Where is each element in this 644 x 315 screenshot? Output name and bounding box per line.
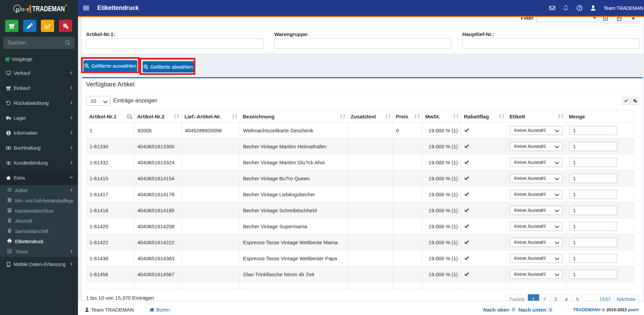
svg-text:TRADEMAN: TRADEMAN (32, 4, 65, 13)
svg-text:p·o·e: p·o·e (16, 5, 29, 13)
svg-text:®: ® (65, 4, 67, 7)
